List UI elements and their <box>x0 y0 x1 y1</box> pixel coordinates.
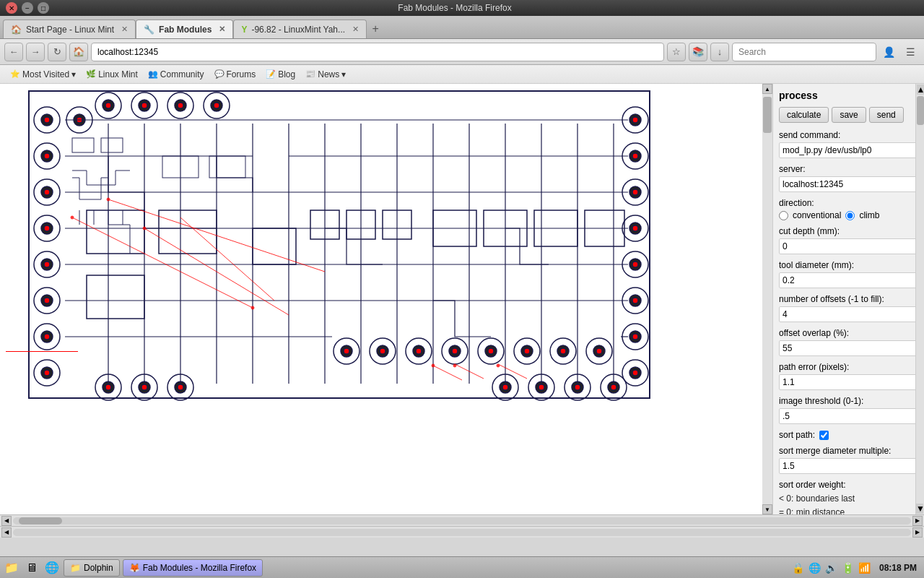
calculate-button[interactable]: calculate <box>779 107 829 123</box>
bookmark-community[interactable]: 👥 Community <box>144 68 209 81</box>
bookmark-news[interactable]: 📰 News ▾ <box>301 68 350 81</box>
scroll-up-arrow[interactable]: ▲ <box>762 84 772 94</box>
num-offsets-input[interactable] <box>779 306 918 322</box>
maximize-button[interactable]: □ <box>38 2 49 14</box>
minimize-button[interactable]: − <box>22 2 33 14</box>
tab-close-3[interactable]: ✕ <box>352 25 359 34</box>
battery-icon[interactable]: 🔋 <box>842 562 854 574</box>
sort-merge-input[interactable] <box>779 458 918 474</box>
svg-point-70 <box>141 384 147 390</box>
scroll-thumb[interactable] <box>763 97 772 133</box>
path-error-label: path error (pixels): <box>779 362 918 372</box>
tab-fab-modules[interactable]: 🔧 Fab Modules ✕ <box>136 20 233 38</box>
lock-icon[interactable]: 🔒 <box>792 562 804 574</box>
window-controls: ✕ − □ <box>6 2 49 14</box>
svg-point-55 <box>105 103 111 108</box>
svg-point-91 <box>380 348 385 354</box>
bookmark-linux-mint[interactable]: 🌿 Linux Mint <box>82 68 142 81</box>
bookmark-forums[interactable]: 💬 Forums <box>210 68 261 81</box>
sort-order-info: < 0: boundaries last = 0: min distance >… <box>779 492 918 514</box>
bookmark-blog[interactable]: 📝 Blog <box>261 68 300 81</box>
sort-path-checkbox[interactable] <box>819 431 829 440</box>
scroll-thumb[interactable] <box>19 517 62 525</box>
reload-button[interactable]: ↻ <box>48 43 66 61</box>
scroll-right-button[interactable]: ▶ <box>912 516 923 526</box>
svg-point-61 <box>178 103 183 108</box>
scroll-left-button-2[interactable]: ◀ <box>1 527 12 538</box>
taskbar-browser-icon[interactable]: 🌐 <box>43 559 61 577</box>
send-command-group: send command: <box>779 130 918 158</box>
bookmark-label-6: News <box>318 69 339 79</box>
network-icon[interactable]: 🌐 <box>808 562 821 574</box>
volume-icon[interactable]: 🔊 <box>825 562 837 574</box>
bookmark-icon-1: ⭐ <box>10 69 20 79</box>
sort-order-info-2: = 0: min distance <box>779 506 918 514</box>
svg-point-106 <box>560 348 566 354</box>
taskbar-files-icon[interactable]: 📁 <box>3 559 20 577</box>
canvas-area[interactable]: ▲ ▼ <box>0 84 772 514</box>
download-button[interactable]: ↓ <box>710 43 729 61</box>
image-threshold-group: image threshold (0-1): <box>779 396 918 424</box>
cut-depth-label: cut depth (mm): <box>779 226 918 236</box>
scroll-left-button[interactable]: ◀ <box>1 516 12 526</box>
taskbar-fab-modules-app[interactable]: 🦊 Fab Modules - Mozilla Firefox <box>123 559 263 577</box>
tool-diameter-input[interactable] <box>779 272 918 288</box>
svg-point-16 <box>44 225 50 231</box>
horizontal-scrollbar[interactable]: ◀ ▶ <box>0 514 924 526</box>
scroll-right-button-2[interactable]: ▶ <box>912 527 923 538</box>
cut-depth-input[interactable] <box>779 238 918 254</box>
server-label: server: <box>779 164 918 174</box>
home-button[interactable]: 🏠 <box>69 43 88 61</box>
server-input[interactable] <box>779 176 918 192</box>
scroll-down-arrow[interactable]: ▼ <box>762 504 772 514</box>
bookmark-icon-3: 👥 <box>148 69 158 79</box>
bookmark-icon-4: 💬 <box>214 69 225 79</box>
svg-point-85 <box>611 384 616 390</box>
tool-diameter-group: tool diameter (mm): <box>779 260 918 288</box>
save-button[interactable]: save <box>832 107 866 123</box>
offset-overlap-input[interactable] <box>779 340 918 356</box>
svg-point-155 <box>143 227 146 230</box>
image-threshold-input[interactable] <box>779 408 918 424</box>
path-error-input[interactable] <box>779 374 918 390</box>
back-button[interactable]: ← <box>4 43 23 61</box>
title-bar: ✕ − □ Fab Modules - Mozilla Firefox <box>0 0 924 16</box>
direction-conventional-radio[interactable] <box>779 211 788 220</box>
tab-yahoo[interactable]: Y -96.82 - LinuxMint Yah... ✕ <box>233 20 367 38</box>
menu-button[interactable]: ☰ <box>901 43 920 61</box>
scroll-track <box>13 517 911 525</box>
tab-label-3: -96.82 - LinuxMint Yah... <box>251 25 345 35</box>
wifi-icon[interactable]: 📶 <box>858 562 871 574</box>
tool-diameter-label: tool diameter (mm): <box>779 260 918 270</box>
send-command-input[interactable] <box>779 142 918 158</box>
bottom-scrollbar[interactable]: ◀ ▶ <box>0 526 924 538</box>
new-tab-button[interactable]: + <box>367 20 384 38</box>
tab-close-2[interactable]: ✕ <box>219 25 225 34</box>
taskbar-dolphin-app[interactable]: 📁 Dolphin <box>64 559 120 577</box>
direction-climb-radio[interactable] <box>845 211 855 220</box>
bookmark-manage-button[interactable]: 📚 <box>689 43 707 61</box>
vertical-scrollbar[interactable]: ▲ ▼ <box>762 84 772 514</box>
bookmark-label-4: Forums <box>227 69 256 79</box>
bookmark-most-visited[interactable]: ⭐ Most Visited ▾ <box>6 68 80 81</box>
sort-order-group: sort order weight: < 0: boundaries last … <box>779 480 918 514</box>
url-bar[interactable] <box>91 43 664 61</box>
forward-button[interactable]: → <box>26 43 45 61</box>
bookmark-star-button[interactable]: ☆ <box>667 43 686 61</box>
tab-close-1[interactable]: ✕ <box>121 25 128 34</box>
tab-start-page[interactable]: 🏠 Start Page - Linux Mint ✕ <box>3 20 136 38</box>
svg-point-97 <box>452 348 458 354</box>
sidebar-scrollbar[interactable]: ▲ ▼ <box>915 84 924 514</box>
close-button[interactable]: ✕ <box>6 2 17 14</box>
send-button[interactable]: send <box>869 107 904 123</box>
offset-overlap-group: offset overlap (%): <box>779 328 918 356</box>
taskbar-terminal-icon[interactable]: 🖥 <box>23 559 40 577</box>
svg-point-10 <box>44 153 50 159</box>
process-title: process <box>779 90 918 101</box>
search-input[interactable] <box>732 43 876 61</box>
bookmark-arrow-1: ▾ <box>71 69 76 79</box>
tab-favicon-1: 🏠 <box>11 25 22 35</box>
server-group: server: <box>779 164 918 192</box>
user-icon-button[interactable]: 👤 <box>879 43 898 61</box>
sort-path-row: sort path: <box>779 430 918 440</box>
